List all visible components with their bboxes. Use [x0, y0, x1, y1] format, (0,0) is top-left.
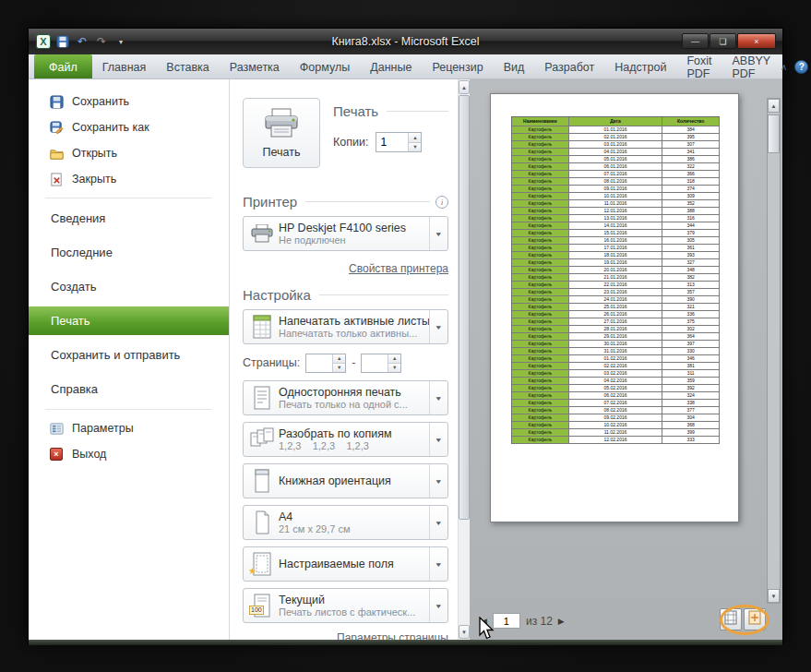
preview-scroll-down-button[interactable]: ▼ — [768, 589, 780, 603]
printer-dropdown-arrow[interactable]: ▼ — [429, 217, 447, 250]
orientation-select[interactable]: Книжная ориентация ▼ — [243, 463, 448, 498]
copies-spin-arrows[interactable]: ▲ ▼ — [408, 133, 421, 151]
duplex-select[interactable]: Односторонняя печать Печать только на од… — [243, 380, 448, 415]
paper-size-select[interactable]: A4 21 см x 29,7 см ▼ — [243, 505, 448, 540]
ribbon-tab[interactable]: Вид — [494, 54, 535, 78]
help-icon[interactable]: ? — [794, 60, 808, 74]
preview-scrollbar-thumb[interactable] — [768, 114, 780, 153]
collate-arrow[interactable]: ▼ — [429, 423, 447, 456]
settings-scrollbar[interactable]: ▲ ▼ — [458, 79, 470, 640]
ribbon-tab[interactable]: Разработ — [534, 54, 604, 78]
collate-select[interactable]: Разобрать по копиям 1,2,3 1,2,3 1,2,3 ▼ — [243, 422, 448, 457]
sidebar-item-options[interactable]: Параметры — [29, 415, 229, 441]
qat-save-icon[interactable] — [55, 34, 70, 49]
orientation-arrow[interactable]: ▼ — [429, 464, 447, 498]
minimize-button[interactable]: — — [682, 33, 709, 49]
duplex-arrow[interactable]: ▼ — [429, 381, 447, 414]
info-icon[interactable]: i — [435, 196, 448, 209]
print-what-arrow[interactable]: ▼ — [429, 310, 447, 343]
print-button[interactable]: Печать — [243, 98, 320, 168]
scroll-up-button[interactable]: ▲ — [459, 80, 470, 94]
sidebar-nav-item[interactable]: Создать — [29, 272, 229, 301]
portrait-orientation-icon — [248, 469, 276, 493]
current-page-input[interactable] — [493, 613, 520, 629]
scroll-down-button[interactable]: ▼ — [459, 625, 470, 639]
show-margins-icon — [723, 610, 738, 629]
pages-to-stepper[interactable]: ▲ ▼ — [361, 354, 401, 373]
pages-from-stepper[interactable]: ▲ ▼ — [305, 354, 346, 373]
desktop-background: X ↶ ↷ ▾ Книга8.xlsx - Microsoft Excel — … — [0, 0, 811, 672]
sidebar-nav-item[interactable]: Печать — [29, 306, 229, 335]
sidebar-item-exit[interactable]: × Выход — [29, 441, 229, 467]
ribbon-tab[interactable]: Foxit PDF — [676, 54, 722, 78]
zoom-to-page-button[interactable] — [744, 608, 766, 630]
sidebar-nav-item[interactable]: Последние — [29, 238, 229, 267]
table-row: Картофель 29.01.2016 364 — [512, 333, 720, 341]
title-bar[interactable]: X ↶ ↷ ▾ Книга8.xlsx - Microsoft Excel — … — [29, 29, 782, 54]
restore-button[interactable]: ❏ — [710, 33, 736, 49]
margins-select[interactable]: ★ Настраиваемые поля ▼ — [243, 546, 448, 582]
printer-select[interactable]: HP Deskjet F4100 series Не подключен ▼ — [243, 216, 448, 251]
table-row: Картофель 11.02.2016 399 — [512, 429, 720, 437]
table-row: Картофель 17.01.2016 361 — [512, 245, 720, 252]
ribbon-tab[interactable]: Вставка — [156, 54, 219, 78]
ribbon-tab[interactable]: Данные — [360, 54, 422, 78]
scrollbar-thumb[interactable] — [459, 95, 470, 520]
chevron-down-icon: ▼ — [435, 520, 443, 526]
sidebar-nav-item[interactable]: Сохранить и отправить — [29, 341, 229, 369]
scaling-select[interactable]: 100 Текущий Печать листов с фактическ...… — [243, 588, 448, 623]
next-page-button[interactable]: ▶ — [558, 617, 565, 626]
ribbon-tab[interactable]: Главная — [92, 54, 157, 78]
preview-scrollbar[interactable]: ▲ ▼ — [767, 98, 781, 604]
printer-properties-link[interactable]: Свойства принтера — [349, 262, 448, 275]
ribbon-tab[interactable]: ABBYY PDF — [722, 54, 780, 78]
copies-input[interactable] — [376, 133, 408, 151]
close-button[interactable]: × — [737, 33, 776, 49]
preview-table-header: Наименование Дата Количество — [512, 117, 720, 126]
sidebar-nav-item[interactable]: Сведения — [29, 204, 229, 233]
preview-table: Наименование Дата Количество Картофель 0… — [511, 116, 720, 444]
preview-scroll-up-button[interactable]: ▲ — [768, 99, 780, 113]
excel-logo-icon[interactable]: X — [36, 34, 51, 49]
sidebar-item-save-as[interactable]: Сохранить как — [29, 114, 229, 140]
ribbon-tab-row: Файл Главная Вставка Разметка — [29, 54, 782, 79]
margins-icon: ★ — [248, 552, 276, 576]
pages-dash: - — [352, 356, 355, 369]
printer-status: Не подключен — [279, 234, 429, 246]
previous-page-button[interactable]: ◀ — [481, 617, 487, 626]
paper-size-arrow[interactable]: ▼ — [429, 506, 447, 539]
print-settings-pane: Печать Печать Копии: ▲ — [230, 79, 470, 640]
table-row: Картофель 07.02.2016 338 — [512, 400, 720, 407]
sidebar-separator — [45, 198, 212, 198]
table-row: Картофель 10.02.2016 368 — [512, 422, 720, 429]
ribbon-tab[interactable]: Разметка — [220, 54, 290, 78]
printer-big-icon — [263, 108, 300, 143]
copies-stepper[interactable]: ▲ ▼ — [376, 132, 422, 152]
spin-up-icon: ▲ — [333, 354, 345, 364]
pages-from-input[interactable] — [306, 354, 332, 372]
margins-arrow[interactable]: ▼ — [429, 547, 447, 581]
show-margins-button[interactable] — [720, 608, 742, 630]
tabrow-right-controls: ∧ ? — ❏ × — [781, 54, 811, 78]
ribbon-tab[interactable]: Файл — [34, 54, 92, 78]
redo-icon[interactable]: ↷ — [94, 34, 109, 49]
table-row: Картофель 30.01.2016 397 — [512, 341, 720, 348]
undo-icon[interactable]: ↶ — [75, 34, 89, 49]
print-what-select[interactable]: Напечатать активные листы Напечатать тол… — [243, 309, 448, 344]
sidebar-item-save[interactable]: Сохранить — [29, 89, 229, 114]
sidebar-item-close[interactable]: Закрыть — [29, 166, 229, 192]
ribbon-tab[interactable]: Формулы — [290, 54, 360, 78]
ribbon-collapse-icon[interactable]: ∧ — [781, 62, 787, 72]
page-setup-link[interactable]: Параметры страницы — [337, 631, 448, 640]
table-row: Картофель 03.01.2016 307 — [512, 141, 720, 149]
scaling-arrow[interactable]: ▼ — [429, 589, 447, 622]
window-bottom-frame — [29, 640, 782, 645]
sidebar-nav-item[interactable]: Справка — [29, 375, 229, 403]
qat-customize-icon[interactable]: ▾ — [113, 34, 128, 49]
sidebar-item-open[interactable]: Открыть — [29, 140, 229, 166]
ribbon-tab[interactable]: Надстрой — [604, 54, 676, 78]
ribbon-tab[interactable]: Рецензир — [422, 54, 493, 78]
chevron-down-icon: ▼ — [435, 324, 443, 330]
pages-to-input[interactable] — [362, 354, 388, 372]
window-controls: — ❏ × — [682, 33, 776, 49]
